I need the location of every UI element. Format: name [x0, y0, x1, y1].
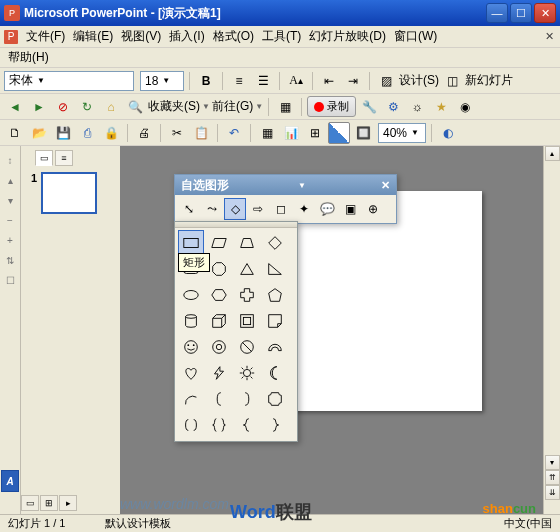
- design-icon[interactable]: ▨: [375, 70, 397, 92]
- shape-right-brace[interactable]: [262, 412, 288, 438]
- shape-cube[interactable]: [206, 308, 232, 334]
- arrows-icon[interactable]: ⇅: [2, 252, 18, 268]
- forward-button[interactable]: ►: [28, 96, 50, 118]
- plus-icon[interactable]: +: [2, 232, 18, 248]
- saveall-button[interactable]: ⎙: [76, 122, 98, 144]
- normal-view-button[interactable]: ▭: [21, 495, 39, 511]
- chart-button[interactable]: 📊: [280, 122, 302, 144]
- menu-file[interactable]: 文件(F): [22, 26, 69, 47]
- tab-slides[interactable]: ▭: [35, 150, 53, 166]
- stop-button[interactable]: ⊘: [52, 96, 74, 118]
- shape-lightning[interactable]: [206, 360, 232, 386]
- goto-button[interactable]: 前往(G): [212, 98, 253, 115]
- cat-stars-icon[interactable]: ✦: [293, 198, 315, 220]
- scroll-down-button[interactable]: ▾: [545, 455, 560, 470]
- shape-trapezoid[interactable]: [234, 230, 260, 256]
- close-icon[interactable]: ✕: [381, 179, 390, 192]
- color-button[interactable]: [328, 122, 350, 144]
- open-button[interactable]: 📂: [28, 122, 50, 144]
- arrow-down-icon[interactable]: ▾: [2, 192, 18, 208]
- cat-block-arrows-icon[interactable]: ⇨: [247, 198, 269, 220]
- shape-no-symbol[interactable]: [234, 334, 260, 360]
- cat-lines-icon[interactable]: ⤡: [178, 198, 200, 220]
- shape-double-bracket[interactable]: [178, 412, 204, 438]
- menu-slideshow[interactable]: 幻灯片放映(D): [305, 26, 390, 47]
- tab-outline[interactable]: ≡: [55, 150, 73, 166]
- new-button[interactable]: 🗋: [4, 122, 26, 144]
- shape-folded-corner[interactable]: [262, 308, 288, 334]
- bold-button[interactable]: B: [195, 70, 217, 92]
- cat-callouts-icon[interactable]: 💬: [316, 198, 338, 220]
- undo-button[interactable]: ↶: [223, 122, 245, 144]
- indent-more-icon[interactable]: ⇥: [342, 70, 364, 92]
- slideshow-view-button[interactable]: ▸: [59, 495, 77, 511]
- drag-handle[interactable]: [175, 222, 297, 228]
- maximize-button[interactable]: ☐: [510, 3, 532, 23]
- font-size-dropdown[interactable]: 18 ▼: [140, 71, 184, 91]
- close-doc-button[interactable]: ✕: [542, 30, 556, 44]
- help-icon[interactable]: ◐: [437, 122, 459, 144]
- cat-more-icon[interactable]: ⊕: [362, 198, 384, 220]
- shape-can[interactable]: [178, 308, 204, 334]
- shape-moon[interactable]: [262, 360, 288, 386]
- shape-bevel[interactable]: [234, 308, 260, 334]
- minus-icon[interactable]: −: [2, 212, 18, 228]
- menu-edit[interactable]: 编辑(E): [69, 26, 117, 47]
- menu-format[interactable]: 格式(O): [209, 26, 258, 47]
- nav-icon[interactable]: ▦: [274, 96, 296, 118]
- shape-hexagon[interactable]: [206, 282, 232, 308]
- permission-icon[interactable]: 🔒: [100, 122, 122, 144]
- shape-block-arc[interactable]: [262, 334, 288, 360]
- save-button[interactable]: 💾: [52, 122, 74, 144]
- design-button[interactable]: 设计(S): [399, 72, 439, 89]
- shape-heart[interactable]: [178, 360, 204, 386]
- arrow-up-icon[interactable]: ▴: [2, 172, 18, 188]
- grid-button[interactable]: ⊞: [304, 122, 326, 144]
- cat-basic-shapes-icon[interactable]: ◇: [224, 198, 246, 220]
- table-button[interactable]: ▦: [256, 122, 278, 144]
- menu-window[interactable]: 窗口(W): [390, 26, 441, 47]
- shape-diamond[interactable]: [262, 230, 288, 256]
- tool-icon-5[interactable]: ◉: [454, 96, 476, 118]
- numbered-list-icon[interactable]: ≡: [228, 70, 250, 92]
- shape-pentagon[interactable]: [262, 282, 288, 308]
- tool-icon-2[interactable]: ⚙: [382, 96, 404, 118]
- shape-bracket-left[interactable]: [206, 386, 232, 412]
- zoom-dropdown[interactable]: 40% ▼: [378, 123, 426, 143]
- shape-right-triangle[interactable]: [262, 256, 288, 282]
- font-family-dropdown[interactable]: 宋体 ▼: [4, 71, 134, 91]
- favorites-button[interactable]: 收藏夹(S): [148, 98, 200, 115]
- back-button[interactable]: ◄: [4, 96, 26, 118]
- scroll-up-button[interactable]: ▴: [545, 146, 560, 161]
- home-button[interactable]: ⌂: [100, 96, 122, 118]
- bullet-list-icon[interactable]: ☰: [252, 70, 274, 92]
- shape-oval[interactable]: [178, 282, 204, 308]
- menu-tools[interactable]: 工具(T): [258, 26, 305, 47]
- chevron-down-icon[interactable]: ▼: [298, 181, 306, 190]
- shape-double-brace[interactable]: [206, 412, 232, 438]
- paste-button[interactable]: 📋: [190, 122, 212, 144]
- new-slide-button[interactable]: 新幻灯片: [465, 72, 513, 89]
- shape-arc[interactable]: [178, 386, 204, 412]
- shape-left-brace[interactable]: [234, 412, 260, 438]
- tool-icon-1[interactable]: 🔧: [358, 96, 380, 118]
- tool-icon-3[interactable]: ☼: [406, 96, 428, 118]
- new-slide-icon[interactable]: ◫: [441, 70, 463, 92]
- object-icon[interactable]: 🔲: [352, 122, 374, 144]
- cut-button[interactable]: ✂: [166, 122, 188, 144]
- next-slide-button[interactable]: ⇊: [545, 485, 560, 500]
- tool-icon-4[interactable]: ★: [430, 96, 452, 118]
- autoshapes-titlebar[interactable]: 自选图形 ▼ ✕: [175, 175, 396, 195]
- search-icon[interactable]: 🔍: [124, 96, 146, 118]
- menu-insert[interactable]: 插入(I): [165, 26, 208, 47]
- record-button[interactable]: 录制: [307, 96, 356, 117]
- shape-donut[interactable]: [206, 334, 232, 360]
- prev-slide-button[interactable]: ⇈: [545, 470, 560, 485]
- indent-less-icon[interactable]: ⇤: [318, 70, 340, 92]
- close-button[interactable]: ✕: [534, 3, 556, 23]
- menu-help[interactable]: 帮助(H): [4, 47, 53, 68]
- cat-action-icon[interactable]: ▣: [339, 198, 361, 220]
- shape-bracket-right[interactable]: [234, 386, 260, 412]
- shape-triangle[interactable]: [234, 256, 260, 282]
- shape-plaque[interactable]: [262, 386, 288, 412]
